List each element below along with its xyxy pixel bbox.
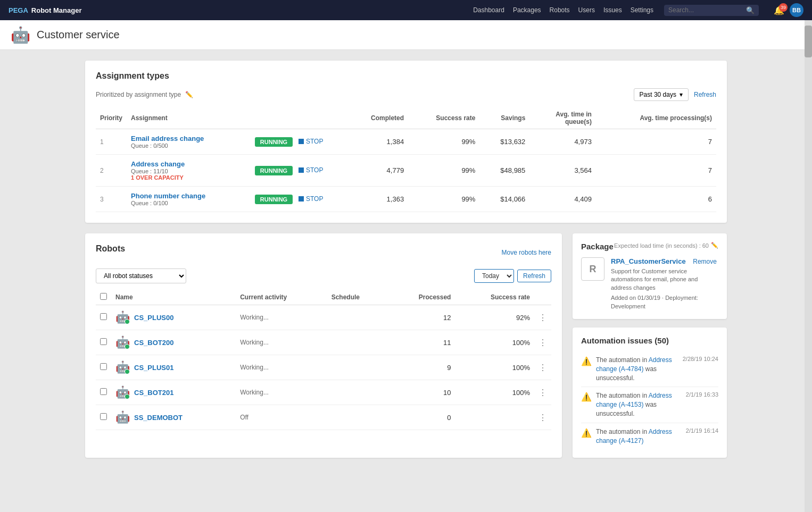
move-robots-button[interactable]: Move robots here	[502, 249, 551, 256]
savings-cell: $14,066	[479, 187, 529, 212]
robot-schedule-cell	[327, 305, 388, 330]
assignment-name-link[interactable]: Address change	[131, 160, 246, 168]
robot-checkbox[interactable]	[100, 413, 107, 420]
robot-name-cell: 🤖 SS_DEMOBOT	[111, 405, 236, 430]
status-filter-dropdown[interactable]: All robot statuses	[96, 268, 186, 283]
col-robot-name: Name	[111, 290, 236, 305]
stop-button[interactable]: STOP	[299, 138, 323, 145]
robot-success-rate-cell: 100%	[455, 355, 534, 380]
assignment-status-cell: RUNNING STOP	[251, 129, 346, 155]
robot-name-link[interactable]: CS_PLUS01	[134, 364, 173, 372]
nav-issues[interactable]: Issues	[603, 6, 622, 14]
assignment-table: Priority Assignment Completed Success ra…	[96, 107, 716, 212]
nav-robots[interactable]: Robots	[550, 6, 570, 14]
date-dropdown[interactable]: Today	[474, 269, 514, 283]
user-avatar[interactable]: BB	[790, 3, 803, 17]
savings-cell: $48,985	[479, 155, 529, 187]
completed-cell: 1,384	[346, 129, 408, 155]
package-info: RPA_CustomerService Remove Support for C…	[611, 257, 718, 310]
robot-checkbox[interactable]	[100, 313, 107, 320]
robot-more-button[interactable]: ⋮	[538, 388, 547, 398]
col-avg-queue: Avg. time inqueue(s)	[529, 107, 596, 129]
header-icons: 🔔 39 BB	[774, 3, 803, 17]
robot-checkbox[interactable]	[100, 388, 107, 395]
online-status-dot	[125, 369, 130, 374]
assignment-status-cell: RUNNING STOP	[251, 155, 346, 187]
success-rate-cell: 99%	[408, 129, 479, 155]
robot-name-cell: 🤖 CS_PLUS01	[111, 355, 236, 380]
stop-button[interactable]: STOP	[299, 166, 323, 174]
edit-load-time-icon[interactable]: ✏️	[711, 242, 718, 249]
package-name-link[interactable]: RPA_CustomerService	[611, 257, 686, 265]
nav-packages[interactable]: Packages	[513, 6, 541, 14]
col-savings: Savings	[479, 107, 529, 129]
robot-checkbox[interactable]	[100, 338, 107, 345]
issues-list: ⚠️ The automation in Address change (A-4…	[581, 351, 718, 449]
robot-avatar: 🤖	[115, 385, 130, 399]
col-robot-success-rate: Success rate	[455, 290, 534, 305]
robot-more-button[interactable]: ⋮	[538, 338, 547, 348]
assignment-name-link[interactable]: Phone number change	[131, 192, 246, 200]
edit-priority-icon[interactable]: ✏️	[185, 91, 193, 98]
assignment-filter-row: Prioritized by assignment type ✏️ Past 3…	[96, 88, 716, 101]
success-rate-cell: 99%	[408, 187, 479, 212]
notification-bell[interactable]: 🔔 39	[774, 5, 784, 15]
col-schedule: Schedule	[327, 290, 388, 305]
nav-settings[interactable]: Settings	[631, 6, 653, 14]
avg-processing-cell: 7	[596, 129, 716, 155]
robot-checkbox[interactable]	[100, 363, 107, 370]
nav-users[interactable]: Users	[578, 6, 595, 14]
assignment-status-cell: RUNNING STOP	[251, 187, 346, 212]
robot-more-button[interactable]: ⋮	[538, 413, 547, 423]
assignment-name-cell: Phone number change Queue : 0/100	[127, 187, 251, 212]
robot-name-link[interactable]: CS_PLUS00	[134, 314, 173, 322]
robot-more-cell: ⋮	[534, 305, 551, 330]
page-header: 🤖 Customer service	[0, 20, 812, 50]
issues-card: Automation issues (50) ⚠️ The automation…	[573, 328, 727, 458]
robot-activity-cell: Off	[236, 405, 327, 430]
col-assignment: Assignment	[127, 107, 251, 129]
robot-checkbox-cell	[96, 380, 111, 405]
brand-logo: PEGA Robot Manager	[9, 6, 81, 14]
stop-icon	[299, 167, 304, 173]
nav-dashboard[interactable]: Dashboard	[473, 6, 504, 14]
robot-name-link[interactable]: SS_DEMOBOT	[134, 414, 183, 422]
right-panel: Package Expected load time (in seconds) …	[573, 233, 727, 458]
avg-queue-cell: 4,409	[529, 187, 596, 212]
col-activity: Current activity	[236, 290, 327, 305]
warning-icon: ⚠️	[581, 392, 592, 402]
robot-name-link[interactable]: CS_BOT201	[134, 389, 173, 397]
robot-checkbox-cell	[96, 405, 111, 430]
issue-link[interactable]: Address change (A-4784)	[596, 356, 672, 373]
robot-activity-cell: Working...	[236, 330, 327, 355]
assignment-name-link[interactable]: Email address change	[131, 135, 246, 142]
issue-link[interactable]: Address change (A-4153)	[596, 392, 672, 408]
robot-name-link[interactable]: CS_BOT200	[134, 339, 173, 347]
package-body: R RPA_CustomerService Remove Support for…	[581, 257, 718, 310]
period-dropdown[interactable]: Past 30 days ▾	[634, 88, 689, 101]
robot-schedule-cell	[327, 330, 388, 355]
assignment-queue: Queue : 11/10	[131, 168, 246, 174]
assignment-refresh-button[interactable]: Refresh	[694, 91, 716, 98]
stop-button[interactable]: STOP	[299, 195, 323, 203]
robot-activity-cell: Working...	[236, 355, 327, 380]
robot-more-button[interactable]: ⋮	[538, 363, 547, 373]
issue-link[interactable]: Address change (A-4127)	[596, 428, 672, 444]
robot-more-button[interactable]: ⋮	[538, 313, 547, 323]
scrollbar-thumb[interactable]	[805, 26, 812, 57]
package-title: Package	[581, 242, 614, 251]
robot-avatar: 🤖	[115, 335, 130, 349]
search-input[interactable]	[668, 6, 743, 14]
date-filter: Today Refresh	[474, 269, 551, 283]
warning-icon: ⚠️	[581, 428, 592, 438]
page-title: Customer service	[37, 29, 120, 41]
over-capacity-badge: 1 OVER CAPACITY	[131, 174, 246, 181]
scrollbar[interactable]	[805, 20, 812, 468]
robots-refresh-button[interactable]: Refresh	[517, 270, 551, 282]
robots-header: Robots Move robots here	[96, 244, 551, 261]
select-all-checkbox[interactable]	[100, 293, 107, 300]
package-remove-button[interactable]: Remove	[693, 258, 717, 265]
robot-schedule-cell	[327, 405, 388, 430]
priority-cell: 2	[96, 155, 127, 187]
page-icon: 🤖	[11, 26, 30, 44]
